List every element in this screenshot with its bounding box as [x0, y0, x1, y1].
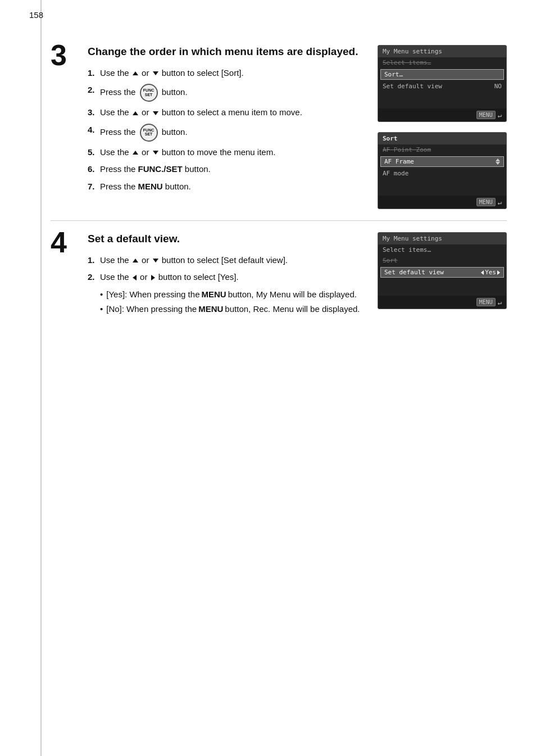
step-3-1: 1. Use the or button to select [Sort]. — [88, 67, 370, 80]
ss-row-select-items: Select items… — [378, 57, 506, 68]
section-3-screenshots: My Menu settings Select items… Sort… Set… — [378, 45, 507, 209]
step-4-1: 1. Use the or button to select [Set defa… — [88, 254, 370, 267]
step-4-2: 2. Use the or button to select [Yes]. — [88, 271, 370, 284]
step-3-4: 4. Press the button. — [88, 124, 370, 142]
ss-row-sort-selected: Sort… — [380, 69, 504, 80]
ss-footer-3: MENU ↵ — [378, 296, 506, 309]
ss-title-1: My Menu settings — [378, 46, 506, 57]
step-3-3: 3. Use the or button to select a menu it… — [88, 106, 370, 119]
ss-row-af-mode: AF mode — [378, 168, 506, 179]
ss-row-sort-2: Sort — [378, 255, 506, 266]
step-3-2: 2. Press the button. — [88, 84, 370, 102]
ss-title-2: Sort — [378, 133, 506, 144]
return-icon-1: ↵ — [498, 111, 502, 119]
section-3: 3 Change the order in which menu items a… — [51, 34, 507, 221]
func-set-button-2 — [140, 124, 158, 142]
section-4-number: 4 — [51, 228, 79, 257]
ss-row-select-items-2: Select items… — [378, 245, 506, 255]
ss-row-af-point-zoom: AF Point Zoom — [378, 144, 506, 155]
screenshot-3-2: Sort AF Point Zoom AF Frame AF mode — [378, 132, 507, 209]
screenshot-4-1: My Menu settings Select items… Sort Set … — [378, 232, 507, 309]
menu-badge-3: MENU — [476, 298, 496, 306]
section-3-number: 3 — [51, 40, 79, 70]
screenshot-3-1: My Menu settings Select items… Sort… Set… — [378, 45, 507, 122]
menu-badge-1: MENU — [476, 111, 496, 119]
step-3-7: 7. Press the MENU button. — [88, 180, 370, 193]
bullet-yes: [Yes]: When pressing the MENU button, My… — [100, 288, 370, 301]
yes-nav: Yes — [481, 269, 500, 276]
bullet-no: [No]: When pressing the MENU button, Rec… — [100, 303, 370, 316]
ss-footer-1: MENU ↵ — [378, 108, 506, 121]
ss-row-set-default-selected: Set default view Yes — [380, 267, 504, 278]
step-3-6: 6. Press the FUNC./SET button. — [88, 163, 370, 176]
return-icon-2: ↵ — [498, 198, 502, 206]
menu-badge-2: MENU — [476, 198, 496, 206]
section-4-screenshot: My Menu settings Select items… Sort Set … — [378, 232, 507, 318]
section-3-title: Change the order in which menu items are… — [88, 45, 370, 59]
ss-row-af-frame: AF Frame — [380, 156, 504, 167]
ss-row-set-default: Set default viewNO — [378, 81, 506, 92]
step-3-5: 5. Use the or button to move the menu it… — [88, 146, 370, 159]
func-set-button-1 — [140, 84, 158, 102]
section-4-title: Set a default view. — [88, 232, 370, 246]
ss-title-3: My Menu settings — [378, 233, 506, 245]
return-icon-3: ↵ — [498, 298, 502, 306]
section-4: 4 Set a default view. 1. Use the or butt… — [51, 221, 507, 329]
ss-footer-2: MENU ↵ — [378, 196, 506, 209]
